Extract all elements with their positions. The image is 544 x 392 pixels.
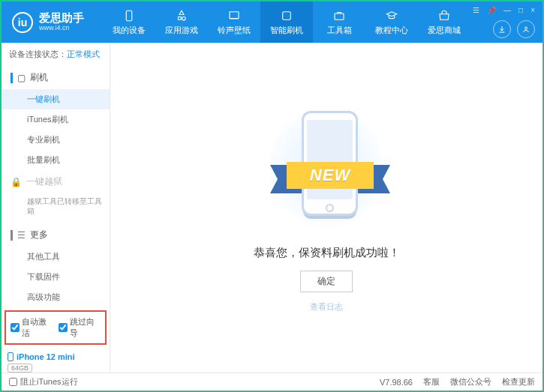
toolbox-icon [332, 8, 347, 23]
brand: iu 爱思助手 www.i4.cn [2, 12, 103, 33]
wechat-link[interactable]: 微信公众号 [450, 376, 491, 388]
sidebar-item-pro-flash[interactable]: 专业刷机 [2, 130, 110, 150]
menu-icon: ☰ [17, 230, 26, 241]
device-panel[interactable]: iPhone 12 mini 64GB Down-12mini-13,1 [2, 348, 110, 373]
connection-status: 设备连接状态：正常模式 [2, 43, 110, 66]
svg-rect-2 [283, 12, 291, 20]
flash-icon: ▢ [17, 73, 26, 83]
minimize-button[interactable]: — [503, 6, 511, 14]
ok-button[interactable]: 确定 [300, 271, 353, 292]
skip-guide-checkbox[interactable]: 跳过向导 [59, 316, 101, 339]
auto-activate-checkbox[interactable]: 自动激活 [11, 316, 53, 339]
success-message: 恭喜您，保资料刷机成功啦！ [254, 246, 400, 260]
lock-icon: 🔒 [11, 177, 22, 187]
jailbreak-note: 越狱工具已转移至工具箱 [2, 193, 110, 219]
new-ribbon: NEW [287, 162, 374, 189]
nav-store[interactable]: 爱思商城 [418, 1, 470, 43]
sidebar-item-oneclick-flash[interactable]: 一键刷机 [2, 89, 110, 109]
nav-my-device[interactable]: 我的设备 [103, 1, 155, 43]
svg-rect-1 [230, 12, 239, 19]
nav-ringtones[interactable]: 铃声壁纸 [208, 1, 260, 43]
close-button[interactable]: × [530, 6, 535, 14]
store-icon [437, 8, 452, 23]
maximize-button[interactable]: □ [518, 6, 523, 14]
svg-point-4 [525, 27, 527, 29]
nav-toolbox[interactable]: 工具箱 [313, 1, 365, 43]
refresh-icon [279, 8, 294, 23]
support-link[interactable]: 客服 [423, 376, 440, 388]
brand-url: www.i4.cn [39, 25, 84, 32]
top-nav: 我的设备 应用游戏 铃声壁纸 智能刷机 工具箱 教程中心 爱思商城 [103, 1, 473, 43]
nav-tutorials[interactable]: 教程中心 [365, 1, 418, 43]
main-panel: NEW 恭喜您，保资料刷机成功啦！ 确定 查看日志 [110, 43, 542, 373]
device-name: iPhone 12 mini [17, 352, 75, 361]
svg-rect-0 [126, 10, 132, 21]
svg-rect-3 [335, 13, 344, 19]
graduation-icon [384, 8, 399, 23]
apps-icon [174, 8, 189, 23]
wallpaper-icon [227, 8, 242, 23]
user-button[interactable] [517, 20, 535, 38]
sidebar: 设备连接状态：正常模式 ▢刷机 一键刷机 iTunes刷机 专业刷机 批量刷机 … [2, 43, 110, 373]
window-controls: ☰ 📌 — □ × [473, 6, 542, 38]
options-row: 自动激活 跳过向导 [5, 310, 107, 345]
download-button[interactable] [493, 20, 511, 38]
phone-icon [122, 8, 137, 23]
check-update-link[interactable]: 检查更新 [502, 376, 535, 388]
menu-icon[interactable]: ☰ [473, 6, 479, 14]
sidebar-item-itunes-flash[interactable]: iTunes刷机 [2, 109, 110, 130]
brand-title: 爱思助手 [39, 12, 84, 25]
view-log-link[interactable]: 查看日志 [310, 301, 343, 313]
sidebar-group-flash[interactable]: ▢刷机 [2, 66, 110, 89]
brand-logo-icon: iu [12, 12, 33, 33]
pin-icon[interactable]: 📌 [487, 6, 496, 14]
nav-flash[interactable]: 智能刷机 [260, 1, 313, 43]
sidebar-item-download-firmware[interactable]: 下载固件 [2, 267, 110, 287]
block-itunes-checkbox[interactable]: 阻止iTunes运行 [9, 376, 78, 388]
version-label: V7.98.66 [380, 378, 413, 387]
sidebar-group-more[interactable]: ☰更多 [2, 223, 110, 247]
device-phone-icon [8, 352, 14, 361]
sidebar-item-other-tools[interactable]: 其他工具 [2, 247, 110, 267]
title-bar: iu 爱思助手 www.i4.cn 我的设备 应用游戏 铃声壁纸 智能刷机 工具… [2, 1, 542, 43]
sidebar-item-batch-flash[interactable]: 批量刷机 [2, 150, 110, 170]
sidebar-group-jailbreak: 🔒一键越狱 [2, 170, 110, 193]
sidebar-item-advanced[interactable]: 高级功能 [2, 287, 110, 307]
nav-apps[interactable]: 应用游戏 [155, 1, 208, 43]
status-bar: 阻止iTunes运行 V7.98.66 客服 微信公众号 检查更新 [2, 373, 542, 391]
device-capacity: 64GB [8, 364, 32, 373]
success-illustration: NEW [270, 103, 383, 231]
